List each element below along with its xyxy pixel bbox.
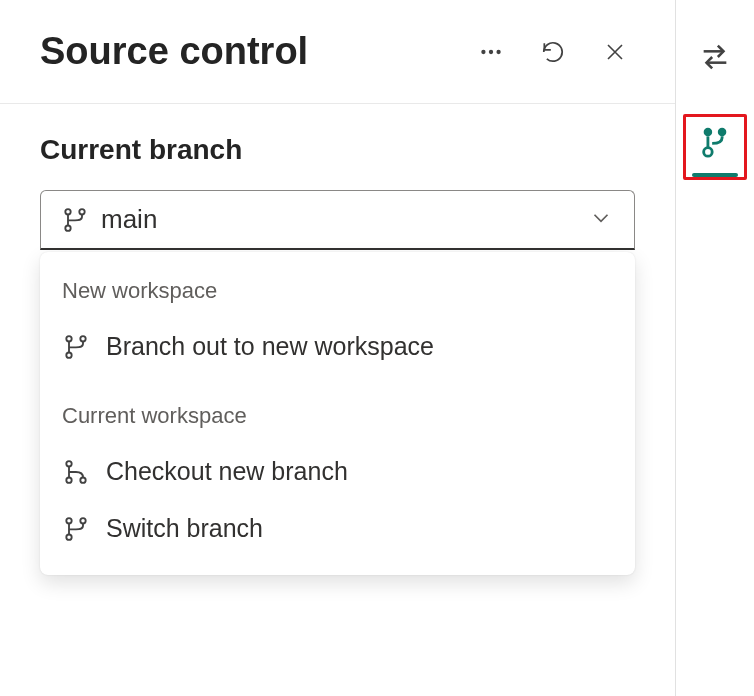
menu-item-checkout-new[interactable]: Checkout new branch — [40, 443, 635, 500]
svg-point-17 — [704, 148, 713, 157]
svg-point-16 — [718, 128, 727, 136]
svg-point-10 — [66, 477, 71, 482]
menu-item-label: Checkout new branch — [106, 457, 348, 486]
menu-group-label-new: New workspace — [40, 270, 635, 318]
checkout-icon — [62, 458, 90, 486]
panel-header: Source control — [0, 0, 675, 104]
svg-point-12 — [66, 518, 71, 523]
menu-divider — [40, 375, 635, 395]
svg-point-11 — [80, 477, 85, 482]
svg-point-4 — [79, 209, 84, 214]
svg-point-0 — [481, 49, 485, 53]
branch-dropdown[interactable]: main — [40, 190, 635, 250]
rail-source-control-selected[interactable] — [683, 114, 747, 180]
svg-point-8 — [66, 352, 71, 357]
refresh-button[interactable] — [539, 38, 567, 66]
right-rail — [676, 0, 754, 696]
svg-point-14 — [66, 534, 71, 539]
svg-point-5 — [65, 225, 70, 230]
menu-item-branch-out[interactable]: Branch out to new workspace — [40, 318, 635, 375]
branch-dropdown-value: main — [89, 204, 588, 235]
git-branch-icon — [696, 123, 734, 161]
menu-item-label: Switch branch — [106, 514, 263, 543]
branch-icon — [62, 515, 90, 543]
rail-sync-button[interactable] — [694, 36, 736, 78]
svg-point-9 — [66, 461, 71, 466]
rail-active-indicator — [692, 173, 738, 177]
svg-point-15 — [704, 128, 713, 136]
close-icon — [603, 40, 627, 64]
sync-arrows-icon — [698, 40, 732, 74]
more-icon — [478, 39, 504, 65]
svg-point-3 — [65, 209, 70, 214]
branch-dropdown-menu: New workspace Branch out to new workspac… — [40, 252, 635, 575]
chevron-down-icon — [588, 205, 614, 235]
source-control-panel: Source control Current branch main — [0, 0, 676, 696]
more-button[interactable] — [477, 38, 505, 66]
svg-point-1 — [489, 49, 493, 53]
menu-item-label: Branch out to new workspace — [106, 332, 434, 361]
panel-title: Source control — [40, 30, 477, 73]
refresh-icon — [540, 39, 566, 65]
menu-group-label-current: Current workspace — [40, 395, 635, 443]
header-actions — [477, 38, 635, 66]
branch-icon — [61, 206, 89, 234]
close-button[interactable] — [601, 38, 629, 66]
svg-point-13 — [80, 518, 85, 523]
branch-icon — [62, 333, 90, 361]
svg-point-7 — [80, 336, 85, 341]
panel-content: Current branch main New workspace — [0, 104, 675, 605]
current-branch-label: Current branch — [40, 134, 635, 166]
svg-point-2 — [496, 49, 500, 53]
menu-item-switch-branch[interactable]: Switch branch — [40, 500, 635, 557]
svg-point-6 — [66, 336, 71, 341]
